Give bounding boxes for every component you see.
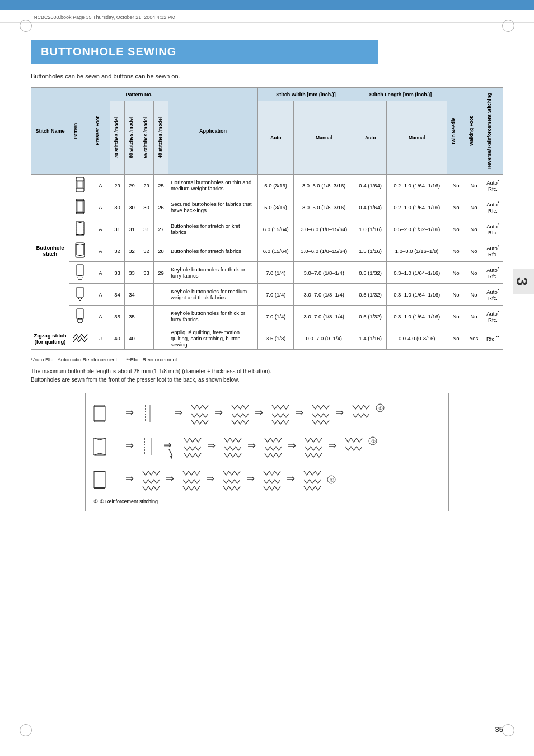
walking-1: No bbox=[465, 175, 483, 196]
svg-text:⇒: ⇒ bbox=[206, 473, 214, 484]
th-pattern: Pattern bbox=[69, 88, 91, 175]
th-sw-auto: Auto bbox=[258, 101, 294, 175]
svg-rect-7 bbox=[77, 201, 83, 212]
svg-text:⇒: ⇒ bbox=[125, 473, 134, 484]
bottom-line-1: The maximum buttonhole length is about 2… bbox=[31, 367, 503, 375]
pattern-5 bbox=[69, 262, 91, 284]
pattern-3 bbox=[69, 218, 91, 240]
svg-text:⇒: ⇒ bbox=[328, 440, 336, 451]
svg-text:⇒: ⇒ bbox=[125, 440, 134, 451]
pn60-1: 29 bbox=[125, 175, 139, 196]
th-walking-foot: Walking Foot bbox=[465, 88, 483, 175]
svg-rect-3 bbox=[77, 181, 83, 188]
svg-rect-8 bbox=[76, 222, 84, 235]
svg-rect-13 bbox=[77, 309, 83, 319]
diagram-row-2: ⇒ ⇒ ⇒ bbox=[91, 433, 443, 461]
title-box: BUTTONHOLE SEWING bbox=[31, 40, 378, 64]
svg-rect-10 bbox=[77, 265, 83, 276]
file-info: NCBC2000.book Page 35 Thursday, October … bbox=[34, 15, 175, 20]
diagram-footnote: ① ① Reinforcement stitching bbox=[91, 499, 443, 504]
app-6: Keyhole buttonholes for medium weight an… bbox=[168, 284, 258, 306]
svg-text:⇒: ⇒ bbox=[174, 407, 182, 418]
page-container: NCBC2000.book Page 35 Thursday, October … bbox=[0, 0, 534, 756]
th-60: 60 stitches /model bbox=[125, 101, 139, 175]
svg-text:⇒: ⇒ bbox=[295, 407, 303, 418]
diagram-row-3: ⇒ ⇒ ⇒ ⇒ bbox=[91, 468, 443, 491]
th-twin-needle: Twin Needle bbox=[447, 88, 465, 175]
th-55: 55 stitches /model bbox=[139, 101, 154, 175]
th-70: 70 stitches /model bbox=[110, 101, 125, 175]
th-sw-manual: Manual bbox=[294, 101, 354, 175]
svg-text:⇒: ⇒ bbox=[246, 473, 255, 484]
diagram-box: ⇒ ⇒ ⇒ ⇒ bbox=[85, 393, 449, 511]
svg-text:⇒: ⇒ bbox=[255, 407, 263, 418]
bottom-text: The maximum buttonhole length is about 2… bbox=[31, 367, 503, 384]
app-7: Keyhole buttonholes for thick or furry f… bbox=[168, 306, 258, 327]
table-row: A 32 32 32 28 Buttonholes for stretch fa… bbox=[31, 240, 503, 262]
app-4: Buttonholes for stretch fabrics bbox=[168, 240, 258, 262]
chapter-tab: 3 bbox=[513, 269, 534, 294]
svg-text:⇒: ⇒ bbox=[163, 439, 172, 450]
svg-text:⇒: ⇒ bbox=[247, 440, 256, 451]
pn70-1: 29 bbox=[110, 175, 125, 196]
th-sl-manual: Manual bbox=[387, 101, 447, 175]
sw-auto-1: 5.0 (3/16) bbox=[258, 175, 294, 196]
sl-auto-1: 0.4 (1/64) bbox=[354, 175, 387, 196]
app-2: Secured buttoholes for fabrics that have… bbox=[168, 196, 258, 218]
svg-rect-15 bbox=[94, 405, 105, 422]
page-title: BUTTONHOLE SEWING bbox=[41, 45, 368, 58]
app-3: Buttonholes for stretch or knit fabrics bbox=[168, 218, 258, 240]
header-area: NCBC2000.book Page 35 Thursday, October … bbox=[0, 10, 534, 23]
pattern-7 bbox=[69, 306, 91, 327]
page-number: 35 bbox=[495, 725, 503, 734]
pattern-2 bbox=[69, 196, 91, 218]
svg-text:①: ① bbox=[378, 406, 383, 411]
pattern-8 bbox=[69, 327, 91, 350]
app-8: Appliqué quilting, free-motion quilting,… bbox=[168, 327, 258, 350]
presser-1: A bbox=[91, 175, 110, 196]
svg-text:⇒: ⇒ bbox=[288, 440, 296, 451]
main-table: Stitch Name Pattern Presser Foot Pattern… bbox=[31, 87, 503, 350]
app-5: Keyhole buttonholes for thick or furry f… bbox=[168, 262, 258, 284]
diagram-row-1: ⇒ ⇒ ⇒ ⇒ bbox=[91, 402, 443, 425]
stitch-name-zigzag: Zigzag stitch (for quilting) bbox=[31, 327, 69, 350]
table-row: A 31 31 31 27 Buttonholes for stretch or… bbox=[31, 218, 503, 240]
corner-br bbox=[502, 724, 514, 736]
svg-text:⇒: ⇒ bbox=[125, 407, 134, 418]
svg-text:①: ① bbox=[330, 477, 334, 483]
th-stitch-length: Stitch Length [mm (inch.)] bbox=[354, 88, 447, 101]
th-sl-auto: Auto bbox=[354, 101, 387, 175]
svg-marker-33 bbox=[170, 456, 172, 459]
corner-bl bbox=[20, 724, 32, 736]
th-stitch-width: Stitch Width [mm (inch.)] bbox=[258, 88, 354, 101]
th-presser-foot: Presser Foot bbox=[91, 88, 110, 175]
sw-manual-1: 3.0–5.0 (1/8–3/16) bbox=[294, 175, 354, 196]
subtitle: Buttonholes can be sewn and buttons can … bbox=[31, 73, 503, 79]
reverse-1: Auto* Rfc. bbox=[483, 175, 503, 196]
pattern-1 bbox=[69, 175, 91, 196]
app-1: Horizontal buttonholes on thin and mediu… bbox=[168, 175, 258, 196]
main-content: BUTTONHOLE SEWING Buttonholes can be sew… bbox=[0, 23, 534, 528]
th-application: Application bbox=[168, 88, 258, 175]
th-40: 40 stitches /model bbox=[154, 101, 168, 175]
svg-text:⇒: ⇒ bbox=[335, 407, 344, 418]
svg-rect-28 bbox=[93, 438, 106, 455]
th-stitch-name: Stitch Name bbox=[31, 88, 69, 175]
stitch-name-buttonhole: Buttonhole stitch bbox=[31, 175, 69, 327]
table-row: A 35 35 – – Keyhole buttonholes for thic… bbox=[31, 306, 503, 327]
twin-1: No bbox=[447, 175, 465, 196]
table-row: A 30 30 30 26 Secured buttoholes for fab… bbox=[31, 196, 503, 218]
bottom-line-2: Buttonholes are sewn from the front of t… bbox=[31, 375, 503, 384]
table-row: Buttonhole stitch A 29 29 29 bbox=[31, 175, 503, 196]
pattern-6 bbox=[69, 284, 91, 306]
top-bar bbox=[0, 0, 534, 10]
pn40-1: 25 bbox=[154, 175, 168, 196]
th-reverse: Reverse/ Reinforcement Stitching bbox=[483, 88, 503, 175]
sl-manual-1: 0.2–1.0 (1/64–1/16) bbox=[387, 175, 447, 196]
svg-text:⇒: ⇒ bbox=[166, 473, 174, 484]
notes: *Auto Rfc.: Automatic Reinforcement **Rf… bbox=[31, 356, 503, 363]
pattern-4 bbox=[69, 240, 91, 262]
table-row: A 34 34 – – Keyhole buttonholes for medi… bbox=[31, 284, 503, 306]
svg-rect-12 bbox=[77, 287, 83, 297]
svg-text:⇒: ⇒ bbox=[207, 440, 216, 451]
